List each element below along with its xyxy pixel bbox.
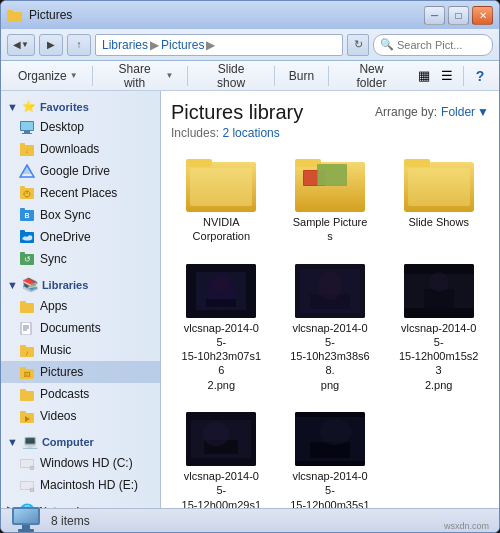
svg-text:↺: ↺ <box>24 255 31 264</box>
locations-link[interactable]: 2 locations <box>222 126 279 140</box>
maximize-button[interactable]: □ <box>448 6 469 25</box>
pictures-label: Pictures <box>40 365 83 379</box>
documents-icon <box>19 320 35 336</box>
sidebar-item-videos[interactable]: Videos <box>1 405 160 427</box>
recent-places-icon <box>19 185 35 201</box>
favorites-icon: ⭐ <box>22 100 36 113</box>
content-area: Pictures library Includes: 2 locations A… <box>161 91 499 508</box>
close-button[interactable]: ✕ <box>472 6 493 25</box>
file-thumbnail <box>295 412 365 466</box>
sidebar-item-downloads[interactable]: ↓ Downloads <box>1 138 160 160</box>
forward-button[interactable]: ▶ <box>39 34 63 56</box>
sidebar-item-box-sync[interactable]: B Box Sync <box>1 204 160 226</box>
list-item[interactable]: vlcsnap-2014-05-15-10h23m07s162.png <box>171 258 272 398</box>
list-item[interactable]: Sample Pictures <box>280 148 381 250</box>
svg-point-75 <box>202 422 230 446</box>
organize-button[interactable]: Organize ▼ <box>9 64 87 88</box>
views-icon: ▦ <box>418 68 430 83</box>
views-button[interactable]: ▦ <box>413 65 435 87</box>
slideshow-label: Slide show <box>202 62 259 90</box>
windows-hd-label: Windows HD (C:) <box>40 456 133 470</box>
computer-icon: 💻 <box>22 434 38 449</box>
up-button[interactable]: ↑ <box>67 34 91 56</box>
back-button[interactable]: ◀ ▼ <box>7 34 35 56</box>
list-item[interactable]: vlcsnap-2014-05-15-10h23m38s68.png <box>280 258 381 398</box>
sidebar-item-apps[interactable]: Apps <box>1 295 160 317</box>
content-header: Pictures library Includes: 2 locations A… <box>171 101 489 140</box>
search-input[interactable] <box>397 39 477 51</box>
file-name: Sample Pictures <box>290 215 370 244</box>
help-button[interactable]: ? <box>469 65 491 87</box>
downloads-icon: ↓ <box>19 141 35 157</box>
up-icon: ↑ <box>77 39 82 50</box>
sidebar-item-desktop[interactable]: Desktop <box>1 116 160 138</box>
share-button[interactable]: Share with ▼ <box>98 64 183 88</box>
svg-rect-58 <box>408 168 470 206</box>
title-bar-folder-icon <box>7 7 23 23</box>
svg-point-63 <box>213 276 229 292</box>
libraries-header[interactable]: ▼ 📚 Libraries <box>1 274 160 295</box>
computer-collapse-icon: ▼ <box>7 436 18 448</box>
computer-header[interactable]: ▼ 💻 Computer <box>1 431 160 452</box>
podcasts-icon <box>19 386 35 402</box>
sidebar-item-pictures[interactable]: 🖼 Pictures <box>1 361 160 383</box>
sidebar-item-windows-hd[interactable]: Windows HD (C:) <box>1 452 160 474</box>
file-name: vlcsnap-2014-05-15-12h00m15s232.png <box>399 321 479 392</box>
organize-label: Organize <box>18 69 67 83</box>
sidebar-item-recent-places[interactable]: Recent Places <box>1 182 160 204</box>
apps-folder-icon <box>19 298 35 314</box>
slideshow-button[interactable]: Slide show <box>193 64 268 88</box>
documents-label: Documents <box>40 321 101 335</box>
arrange-value-link[interactable]: Folder ▼ <box>441 105 489 119</box>
file-name: vlcsnap-2014-05-15-10h23m38s68.png <box>290 321 370 392</box>
libraries-label: Libraries <box>42 279 88 291</box>
organize-dropdown-icon: ▼ <box>70 71 78 80</box>
svg-marker-10 <box>22 165 32 174</box>
search-bar[interactable]: 🔍 <box>373 34 493 56</box>
file-name: vlcsnap-2014-05-15-12h00m29s111.png <box>181 469 261 508</box>
desktop-label: Desktop <box>40 120 84 134</box>
list-item[interactable]: vlcsnap-2014-05-15-12h00m15s232.png <box>388 258 489 398</box>
burn-button[interactable]: Burn <box>280 64 323 88</box>
svg-rect-5 <box>22 133 32 134</box>
sidebar-item-documents[interactable]: Documents <box>1 317 160 339</box>
box-sync-label: Box Sync <box>40 208 91 222</box>
sidebar-item-macintosh-hd[interactable]: Macintosh HD (E:) <box>1 474 160 496</box>
breadcrumb-item-pictures[interactable]: Pictures <box>161 38 204 52</box>
list-item[interactable]: vlcsnap-2014-05-15-12h00m35s175.png <box>280 406 381 508</box>
sidebar-item-podcasts[interactable]: Podcasts <box>1 383 160 405</box>
list-button[interactable]: ☰ <box>437 65 459 87</box>
list-item[interactable]: NVIDIACorporation <box>171 148 272 250</box>
help-icon: ? <box>476 68 485 84</box>
watermark: wsxdn.com <box>444 521 489 532</box>
explorer-window: Pictures ─ □ ✕ ◀ ▼ ▶ ↑ Libraries ▶ Pictu… <box>0 0 500 533</box>
sidebar-item-sync[interactable]: ↺ Sync <box>1 248 160 270</box>
svg-text:↓: ↓ <box>25 147 29 154</box>
sidebar-item-music[interactable]: ♪ Music <box>1 339 160 361</box>
toolbar: Organize ▼ Share with ▼ Slide show Burn … <box>1 61 499 91</box>
file-name: vlcsnap-2014-05-15-10h23m07s162.png <box>181 321 261 392</box>
pictures-icon: 🖼 <box>19 364 35 380</box>
refresh-button[interactable]: ↻ <box>347 34 369 56</box>
svg-rect-3 <box>21 122 33 130</box>
svg-text:🖼: 🖼 <box>24 371 31 378</box>
list-item[interactable]: Slide Shows <box>388 148 489 250</box>
page-title-text: Pictures library <box>171 101 303 123</box>
main-area: ▼ ⭐ Favorites Desktop ↓ Downloads <box>1 91 499 508</box>
sidebar-item-google-drive[interactable]: Google Drive <box>1 160 160 182</box>
onedrive-label: OneDrive <box>40 230 91 244</box>
share-label: Share with <box>107 62 163 90</box>
computer-status-icon <box>11 507 43 534</box>
list-item[interactable]: vlcsnap-2014-05-15-12h00m29s111.png <box>171 406 272 508</box>
mac-drive-icon <box>19 477 35 493</box>
sync-icon: ↺ <box>19 251 35 267</box>
windows-drive-icon <box>19 455 35 471</box>
favorites-header[interactable]: ▼ ⭐ Favorites <box>1 97 160 116</box>
sidebar-item-onedrive[interactable]: OneDrive <box>1 226 160 248</box>
breadcrumb-item-libraries[interactable]: Libraries <box>102 38 148 52</box>
computer-label: Computer <box>42 436 94 448</box>
new-folder-button[interactable]: New folder <box>334 64 409 88</box>
burn-label: Burn <box>289 69 314 83</box>
svg-point-44 <box>30 488 34 492</box>
minimize-button[interactable]: ─ <box>424 6 445 25</box>
